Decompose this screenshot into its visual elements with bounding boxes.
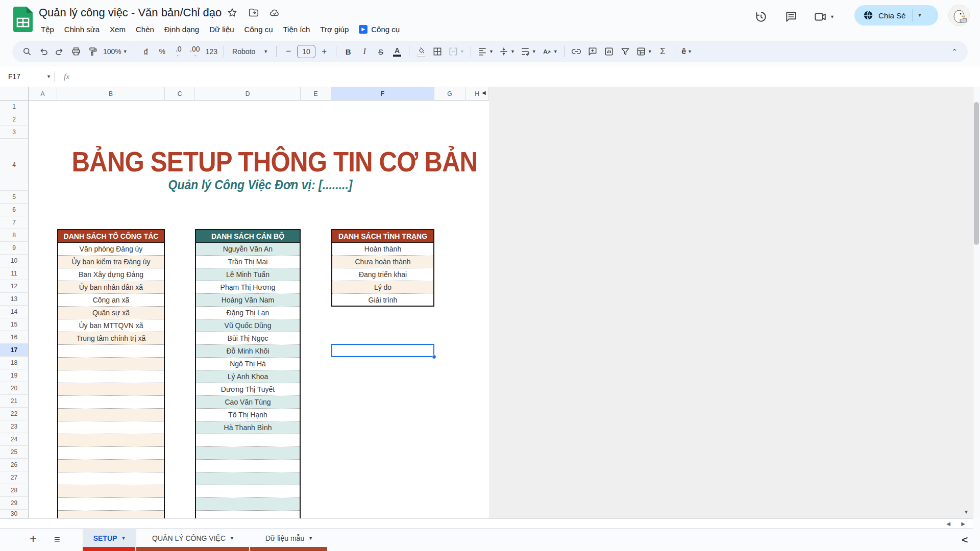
list-item[interactable]: Đỗ Minh Khôi — [196, 345, 300, 358]
column-header-C[interactable]: C — [165, 87, 195, 101]
row-header-21[interactable]: 21 — [0, 395, 29, 408]
list-empty-row[interactable] — [58, 447, 164, 460]
text-color-button[interactable]: A — [389, 44, 405, 59]
row-header-20[interactable]: 20 — [0, 382, 29, 395]
column-header-F[interactable]: F — [331, 87, 434, 101]
row-header-2[interactable]: 2 — [0, 113, 29, 126]
list-item[interactable]: Đang triển khai — [332, 268, 433, 281]
search-icon[interactable] — [19, 44, 35, 59]
decrease-font-size-button[interactable]: − — [281, 44, 296, 59]
avatar[interactable] — [948, 5, 970, 26]
list-item[interactable]: Ủy ban MTTQVN xã — [58, 319, 164, 332]
redo-button[interactable] — [52, 44, 67, 59]
list-empty-row[interactable] — [196, 434, 300, 447]
scroll-options-chevron-icon[interactable]: ▼ — [960, 507, 973, 516]
scroll-right-icon[interactable]: ▶ — [957, 519, 970, 528]
version-history-icon[interactable] — [754, 10, 768, 23]
create-filter-button[interactable] — [618, 44, 633, 59]
list-empty-row[interactable] — [58, 421, 164, 434]
menu-item-1[interactable]: Chỉnh sửa — [60, 24, 104, 35]
tab-setup[interactable]: SETUP▼ — [83, 529, 136, 547]
text-rotation-button[interactable]: A ▼ — [540, 44, 560, 59]
menu-item-0[interactable]: Tệp — [37, 24, 58, 35]
list-item[interactable]: Quân sự xã — [58, 307, 164, 319]
undo-button[interactable] — [36, 44, 51, 59]
font-size-input[interactable]: 10 — [297, 45, 315, 58]
list-item[interactable]: Tô Thị Hạnh — [196, 409, 300, 421]
all-sheets-menu-icon[interactable]: ≡ — [54, 534, 60, 545]
list-empty-row[interactable] — [58, 370, 164, 383]
list-item[interactable]: Trần Thị Mai — [196, 256, 300, 268]
percent-format-button[interactable]: % — [155, 44, 170, 59]
list-item[interactable]: Chưa hoàn thành — [332, 256, 433, 268]
list-item[interactable]: Ban Xây dựng Đảng — [58, 268, 164, 281]
strikethrough-button[interactable]: S — [373, 44, 388, 59]
row-header-9[interactable]: 9 — [0, 242, 29, 255]
functions-button[interactable]: Σ — [655, 44, 671, 59]
row-header-27[interactable]: 27 — [0, 471, 29, 484]
add-sheet-button[interactable]: + — [30, 533, 37, 545]
horizontal-align-button[interactable]: ▼ — [475, 44, 496, 59]
list-item[interactable]: Văn phòng Đảng ủy — [58, 243, 164, 256]
list-item[interactable]: Ngô Thị Hà — [196, 358, 300, 370]
insert-link-button[interactable] — [569, 44, 584, 59]
list-item[interactable]: Trung tâm chính trị xã — [58, 332, 164, 345]
list-item[interactable]: Bùi Thị Ngọc — [196, 332, 300, 345]
bold-button[interactable]: B — [340, 44, 356, 59]
list-empty-row[interactable] — [58, 345, 164, 358]
list-empty-row[interactable] — [58, 409, 164, 421]
italic-button[interactable]: I — [357, 44, 372, 59]
row-header-3[interactable]: 3 — [0, 126, 29, 139]
row-header-7[interactable]: 7 — [0, 216, 29, 229]
list-item[interactable]: Phạm Thị Hương — [196, 281, 300, 294]
column-header-E[interactable]: E — [301, 87, 331, 101]
insert-chart-button[interactable] — [601, 44, 617, 59]
input-tools-button[interactable]: ê ▼ — [679, 44, 695, 59]
text-wrap-button[interactable]: ▼ — [518, 44, 538, 59]
font-select[interactable]: Roboto▼ — [228, 44, 272, 59]
decrease-decimal-button[interactable]: .0← — [171, 44, 186, 59]
row-header-19[interactable]: 19 — [0, 369, 29, 382]
active-cell-outline[interactable] — [331, 344, 434, 357]
collapse-side-panel-icon[interactable]: < — [962, 534, 968, 546]
menu-item-4[interactable]: Định dạng — [160, 24, 203, 35]
list-item[interactable]: Hoàng Văn Nam — [196, 294, 300, 307]
list-empty-row[interactable] — [58, 511, 164, 518]
menu-item-2[interactable]: Xem — [106, 24, 130, 35]
list-empty-row[interactable] — [196, 485, 300, 498]
star-icon[interactable] — [227, 7, 238, 18]
list-empty-row[interactable] — [58, 358, 164, 370]
table-views-button[interactable]: ▼ — [634, 44, 654, 59]
menu-item-8[interactable]: Trợ giúp — [316, 24, 353, 35]
menu-item-7[interactable]: Tiện ích — [279, 24, 314, 35]
list-item[interactable]: Lý Anh Khoa — [196, 370, 300, 383]
list-item[interactable]: Lý do — [332, 281, 433, 294]
share-options-chevron-icon[interactable]: ▼ — [917, 13, 922, 18]
row-header-14[interactable]: 14 — [0, 306, 29, 318]
row-header-13[interactable]: 13 — [0, 293, 29, 306]
increase-font-size-button[interactable]: + — [316, 44, 332, 59]
row-header-10[interactable]: 10 — [0, 255, 29, 267]
row-header-16[interactable]: 16 — [0, 331, 29, 344]
list-item[interactable]: Giải trình — [332, 294, 433, 307]
column-header-D[interactable]: D — [195, 87, 301, 101]
list-item[interactable]: Hoàn thành — [332, 243, 433, 256]
tab-quan-ly-cong-viec[interactable]: QUẢN LÝ CÔNG VIỆC▼ — [136, 529, 250, 547]
number-format-button[interactable]: 123 — [204, 44, 219, 59]
list-empty-row[interactable] — [196, 511, 300, 518]
row-header-23[interactable]: 23 — [0, 420, 29, 433]
list-item[interactable]: Ủy ban nhân dân xã — [58, 281, 164, 294]
row-header-4[interactable]: 4 — [0, 139, 29, 191]
list-empty-row[interactable] — [58, 383, 164, 396]
vertical-scrollbar-thumb[interactable] — [974, 102, 979, 245]
list-empty-row[interactable] — [58, 434, 164, 447]
column-header-A[interactable]: A — [29, 87, 57, 101]
menu-item-addon[interactable]: ▶Công cụ — [355, 24, 404, 35]
increase-decimal-button[interactable]: .00→ — [187, 44, 203, 59]
list-item[interactable]: Dương Thị Tuyết — [196, 383, 300, 396]
list-empty-row[interactable] — [196, 498, 300, 511]
select-all-corner[interactable] — [0, 87, 29, 101]
list-empty-row[interactable] — [58, 498, 164, 511]
share-button[interactable]: Chia Sẻ ▼ — [854, 5, 938, 26]
zoom-select[interactable]: 100%▼ — [101, 44, 130, 59]
